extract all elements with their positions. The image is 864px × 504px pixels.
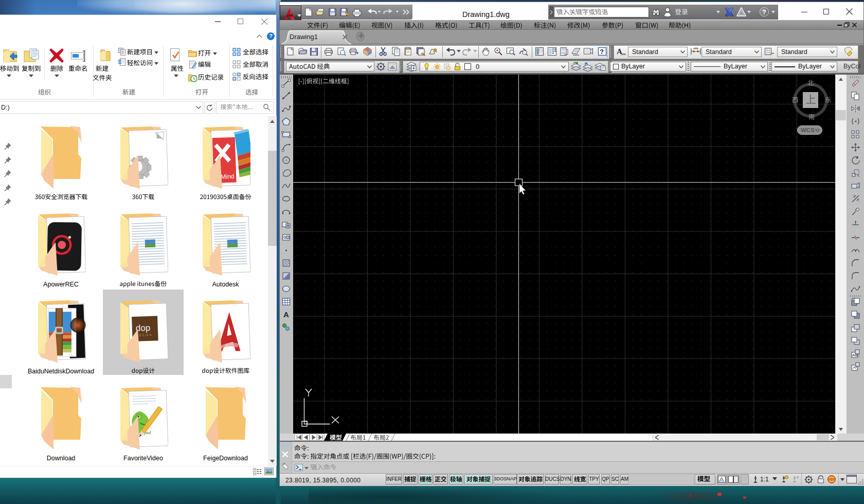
svg-text:A: A: [617, 47, 622, 56]
svg-text:A: A: [283, 310, 289, 319]
svg-text:?: ?: [600, 48, 604, 56]
svg-text:DESIGN: DESIGN: [136, 333, 152, 337]
